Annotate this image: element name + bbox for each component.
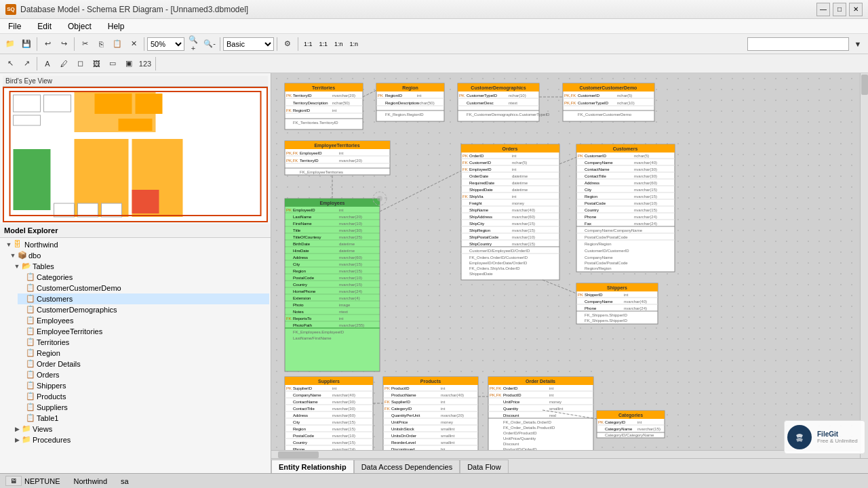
open-button[interactable]: 📁 [3, 37, 18, 52]
er-table-orders: Orders PKOrderIDint FKCustomerIDnchar(5)… [461, 144, 559, 280]
svg-text:CustomerID: CustomerID [469, 161, 492, 165]
svg-text:FK: FK [462, 167, 468, 171]
svg-line-396 [380, 171, 461, 211]
svg-text:PK: PK [384, 386, 390, 390]
draw-btn2[interactable]: ↗ [19, 56, 34, 71]
tree-table-orders[interactable]: ▶ 📋 Orders [18, 369, 269, 380]
svg-text:FK: FK [286, 317, 292, 321]
tree-northwind[interactable]: ▼ 🗄 Northwind [5, 239, 269, 250]
draw-btn8[interactable]: ▣ [121, 56, 136, 71]
delete-button[interactable]: ✕ [126, 37, 141, 52]
svg-text:ProductName: ProductName [391, 393, 416, 397]
er-table-employees: Employees PKEmployeeIDint LastNamenvarch… [285, 192, 387, 371]
close-button[interactable]: ✕ [849, 3, 863, 16]
svg-text:City: City [585, 188, 591, 192]
svg-text:smallint: smallint [441, 427, 455, 431]
search-go-button[interactable]: ▼ [850, 37, 865, 52]
tree-table-products[interactable]: ▶ 📋 Products [18, 391, 269, 402]
svg-text:Address: Address [293, 256, 308, 260]
draw-btn7[interactable]: ▭ [105, 56, 120, 71]
svg-text:UnitPrice: UnitPrice [503, 400, 520, 404]
tree-table-customercustomerdemo[interactable]: ▶ 📋 CustomerCustomerDemo [18, 283, 269, 293]
tree-table-orderdetails[interactable]: ▶ 📋 Order Details [18, 359, 269, 369]
svg-text:nvarchar(20): nvarchar(20) [441, 413, 464, 418]
svg-text:CompanyName: CompanyName [585, 256, 613, 260]
svg-text:datetime: datetime [339, 249, 355, 253]
tab-data-flow[interactable]: Data Flow [460, 460, 509, 473]
canvas-area[interactable]: Territories PKTerritoryIDnvarchar(20) Te… [271, 73, 868, 473]
svg-text:FK: FK [384, 400, 390, 404]
menu-object[interactable]: Object [65, 20, 94, 33]
svg-text:RequiredDate: RequiredDate [469, 181, 495, 185]
maximize-button[interactable]: □ [833, 3, 846, 16]
svg-text:nvarchar(60): nvarchar(60) [339, 256, 362, 260]
svg-text:Notes: Notes [293, 310, 304, 314]
svg-text:ShipCity: ShipCity [469, 222, 484, 226]
svg-text:PK: PK [286, 386, 292, 390]
tree-table-categories[interactable]: ▶ 📋 Categories [18, 272, 269, 283]
canvas-background: Territories PKTerritoryIDnvarchar(20) Te… [271, 73, 868, 458]
tree-table-territories[interactable]: ▶ 📋 Territories [18, 337, 269, 348]
svg-text:nvarchar(40): nvarchar(40) [512, 208, 535, 212]
undo-button[interactable]: ↩ [40, 37, 55, 52]
tree-table-shippers[interactable]: ▶ 📋 Shippers [18, 380, 269, 391]
tree-table-region[interactable]: ▶ 📋 Region [18, 348, 269, 359]
draw-btn4[interactable]: 🖊 [56, 56, 71, 71]
tree-table-employees[interactable]: ▶ 📋 Employees [18, 315, 269, 326]
tree-table-employeeterritories[interactable]: ▶ 📋 EmployeeTerritories [18, 326, 269, 337]
svg-text:PK,FK: PK,FK [286, 151, 298, 155]
horizontal-scrollbar[interactable] [271, 450, 860, 458]
tree-tables[interactable]: ▼ 📂 Tables [14, 261, 269, 272]
draw-btn6[interactable]: 🖼 [89, 56, 104, 71]
tree-table-customerdemographics[interactable]: ▶ 📋 CustomerDemographics [18, 304, 269, 315]
svg-text:SupplierID: SupplierID [391, 400, 411, 404]
zoom-in-button[interactable]: 🔍+ [186, 37, 201, 52]
svg-text:nvarchar(20): nvarchar(20) [332, 94, 355, 98]
zoom-out-button[interactable]: 🔍- [202, 37, 217, 52]
redo-button[interactable]: ↪ [56, 37, 71, 52]
svg-text:int: int [339, 151, 344, 155]
svg-text:int: int [637, 420, 642, 424]
cut-button[interactable]: ✂ [77, 37, 92, 52]
tree-table-table1[interactable]: ▶ 📋 Table1 [18, 413, 269, 424]
save-button[interactable]: 💾 [19, 37, 34, 52]
svg-text:ShippedDate: ShippedDate [469, 188, 493, 192]
svg-text:EmployeeTerritories: EmployeeTerritories [314, 143, 359, 148]
svg-text:TerritoryDescription: TerritoryDescription [293, 101, 328, 105]
tree-table-suppliers[interactable]: ▶ 📋 Suppliers [18, 402, 269, 413]
model-explorer: ▼ 🗄 Northwind ▼ 📦 dbo ▼ 📂 Tables ▶ 📋 Cat… [0, 238, 271, 473]
svg-text:nvarchar(24): nvarchar(24) [339, 289, 362, 293]
svg-text:nvarchar(10): nvarchar(10) [339, 222, 362, 226]
svg-text:FK_Order_Details.ProductID: FK_Order_Details.ProductID [503, 426, 555, 430]
tab-data-access[interactable]: Data Access Dependencies [354, 460, 460, 473]
svg-text:FK_CustomerDemographics.Custom: FK_CustomerDemographics.CustomerTypeID [467, 113, 550, 117]
search-input[interactable] [747, 37, 849, 51]
tree-table-customers[interactable]: ▶ 📋 Customers [18, 293, 269, 304]
draw-btn9[interactable]: 123 [138, 56, 153, 71]
svg-text:Quantity: Quantity [503, 407, 518, 411]
copy-button[interactable]: ⎘ [94, 37, 108, 52]
birds-eye-view[interactable] [3, 87, 268, 222]
svg-text:nchar(50): nchar(50) [417, 101, 435, 105]
draw-btn1[interactable]: ↖ [3, 56, 18, 71]
menu-help[interactable]: Help [105, 20, 127, 33]
zoom-select[interactable]: 50% 75% 100% [147, 37, 184, 51]
draw-btn5[interactable]: ◻ [73, 56, 87, 71]
svg-text:FK_Territories.TerritoryID: FK_Territories.TerritoryID [293, 121, 338, 125]
minimize-button[interactable]: — [816, 3, 830, 16]
grid-button[interactable]: ⚙ [280, 37, 295, 52]
menu-file[interactable]: File [5, 20, 24, 33]
svg-text:nvarchar(255): nvarchar(255) [339, 323, 364, 327]
draw-btn3[interactable]: A [40, 56, 55, 71]
svg-text:nvarchar(15): nvarchar(15) [512, 228, 535, 232]
tree-procedures[interactable]: ▶ 📁 Procedures [14, 434, 269, 445]
tab-entity-relationship[interactable]: Entity Relationship [271, 460, 354, 473]
tree-dbo[interactable]: ▼ 📦 dbo [9, 250, 269, 261]
tree-views[interactable]: ▶ 📁 Views [14, 424, 269, 434]
vertical-scrollbar[interactable] [860, 73, 868, 458]
svg-text:money: money [512, 201, 524, 205]
svg-text:Products: Products [420, 379, 441, 384]
view-select[interactable]: Basic Extended [223, 37, 274, 51]
paste-button[interactable]: 📋 [110, 37, 125, 52]
menu-edit[interactable]: Edit [35, 20, 54, 33]
